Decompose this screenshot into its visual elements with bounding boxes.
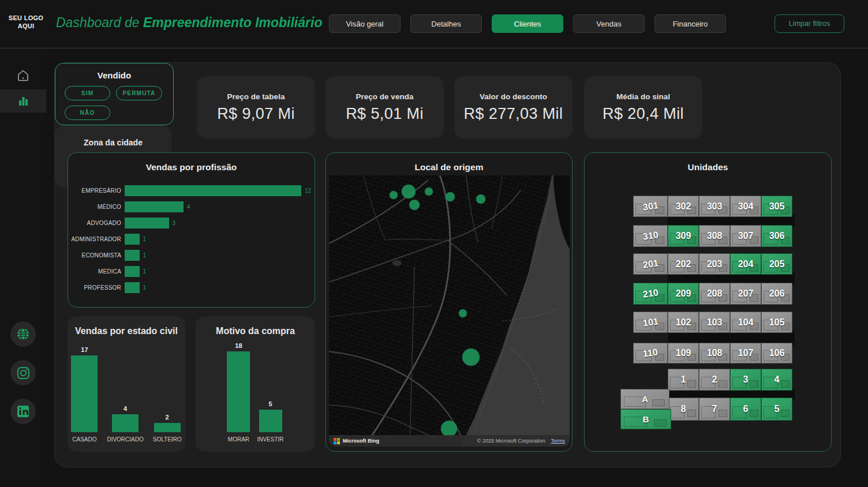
map-bubble[interactable] [459, 309, 467, 317]
unit-201[interactable]: 201 [633, 253, 668, 275]
data-label: 2 [166, 414, 169, 421]
unit-203[interactable]: 203 [699, 253, 730, 275]
unit-207[interactable]: 207 [730, 283, 761, 305]
unit-5[interactable]: 5 [761, 398, 792, 421]
unit-108[interactable]: 108 [699, 343, 730, 364]
unit-302[interactable]: 302 [668, 196, 699, 217]
unit-210[interactable]: 210 [633, 283, 668, 305]
topbar: SEU LOGO AQUI Dashboard de Empreendiment… [0, 0, 868, 48]
unit-307[interactable]: 307 [730, 225, 761, 247]
tab-clientes[interactable]: Clientes [492, 14, 563, 33]
bar-solteiro[interactable] [154, 423, 181, 432]
tab-vendas[interactable]: Vendas [573, 14, 645, 33]
profession-rows: EMPRESÁRIO12MÉDICO4ADVOGADO3ADMINISTRADO… [68, 185, 315, 293]
map-bubble[interactable] [390, 191, 398, 199]
bar-administrador[interactable] [125, 234, 140, 245]
bar-investir[interactable] [259, 410, 282, 432]
unit-109[interactable]: 109 [668, 343, 699, 364]
tab-visao-geral[interactable]: Visão geral [329, 14, 401, 33]
unit-8[interactable]: 8 [668, 398, 699, 421]
unit-B[interactable]: B [620, 409, 671, 429]
hallway [668, 333, 781, 343]
unit-103[interactable]: 103 [699, 312, 730, 333]
unit-number: 309 [676, 231, 691, 241]
vendido-option-sim[interactable]: SIM [65, 86, 110, 100]
unit-6[interactable]: 6 [730, 398, 761, 421]
unit-3[interactable]: 3 [730, 369, 761, 391]
sidebar-item-dashboard[interactable] [0, 89, 46, 113]
map-bubble[interactable] [409, 200, 420, 210]
kpi-label: Valor do desconto [480, 92, 547, 101]
unit-number: 201 [642, 258, 659, 271]
unit-101[interactable]: 101 [633, 312, 668, 333]
unit-310[interactable]: 310 [633, 225, 668, 247]
profession-chart-title: Vendas por profissão [68, 153, 315, 173]
map-panel: Local de origem [326, 152, 573, 452]
website-button[interactable] [10, 321, 36, 347]
tab-detalhes[interactable]: Detalhes [410, 14, 482, 33]
map-bubble[interactable] [441, 421, 457, 437]
category-label: SOLTEIRO [153, 436, 182, 444]
instagram-button[interactable] [10, 360, 36, 385]
unit-308[interactable]: 308 [699, 225, 730, 247]
unit-301[interactable]: 301 [633, 196, 668, 217]
unit-303[interactable]: 303 [699, 196, 730, 217]
unit-106[interactable]: 106 [761, 343, 792, 364]
unit-205[interactable]: 205 [761, 253, 792, 275]
sidebar-item-home[interactable] [0, 64, 46, 87]
kpi-card-media-sinal: Média do sinal R$ 20,4 Mil [584, 76, 702, 138]
unit-204[interactable]: 204 [730, 253, 761, 275]
data-label: 5 [268, 400, 272, 407]
map-bubble[interactable] [425, 188, 433, 196]
category-label: MEDICA [69, 268, 121, 275]
unit-number: 202 [676, 259, 691, 269]
map-bubble[interactable] [446, 192, 455, 201]
bar-economista[interactable] [125, 250, 140, 261]
unit-105[interactable]: 105 [761, 312, 792, 333]
unit-number: 307 [738, 231, 754, 241]
unit-number: 205 [769, 259, 785, 269]
data-label: 4 [124, 405, 127, 412]
tab-financeiro[interactable]: Financeiro [654, 14, 726, 33]
profession-row: MÉDICO4 [69, 201, 315, 212]
unit-306[interactable]: 306 [761, 225, 792, 247]
unit-1[interactable]: 1 [668, 369, 699, 391]
linkedin-button[interactable] [10, 399, 36, 424]
unit-4[interactable]: 4 [761, 369, 792, 391]
unit-number: 107 [738, 348, 754, 358]
unit-208[interactable]: 208 [699, 283, 730, 305]
bar-divorciado[interactable] [112, 414, 139, 432]
vendido-option-permuta[interactable]: PERMUTA [116, 86, 162, 100]
bar-medico[interactable] [125, 201, 184, 212]
bar-advogado[interactable] [125, 218, 169, 228]
unit-A[interactable]: A [620, 389, 669, 409]
unit-110[interactable]: 110 [633, 343, 668, 364]
unit-309[interactable]: 309 [668, 225, 699, 247]
bar-casado[interactable] [71, 355, 98, 432]
unit-102[interactable]: 102 [668, 312, 699, 333]
map-bubble[interactable] [402, 185, 416, 198]
map-bubble[interactable] [462, 349, 480, 366]
unit-305[interactable]: 305 [761, 196, 792, 217]
map-canvas[interactable]: Microsoft Bing © 2025 Microsoft Corporat… [329, 175, 570, 447]
unit-206[interactable]: 206 [761, 283, 792, 305]
motivo-compra-title: Motivo da compra [196, 316, 315, 336]
unit-104[interactable]: 104 [730, 312, 761, 333]
vendido-title: Vendido [65, 70, 164, 80]
unit-304[interactable]: 304 [730, 196, 761, 217]
unit-number: 304 [738, 201, 754, 212]
bar-professor[interactable] [125, 282, 140, 293]
unit-2[interactable]: 2 [699, 369, 730, 391]
unit-209[interactable]: 209 [668, 283, 699, 305]
unit-7[interactable]: 7 [699, 398, 730, 421]
bar-empresario[interactable] [125, 185, 301, 196]
map-bubble[interactable] [476, 194, 485, 204]
bar-morar[interactable] [227, 351, 250, 432]
vendido-option-nao[interactable]: NÃO [65, 106, 110, 120]
data-label: 12 [305, 188, 311, 194]
unit-107[interactable]: 107 [730, 343, 761, 364]
clear-filters-button[interactable]: Limpar filtros [775, 14, 844, 33]
bar-medica[interactable] [125, 266, 140, 277]
unit-202[interactable]: 202 [668, 253, 699, 275]
map-terms-link[interactable]: Terms [551, 438, 566, 444]
